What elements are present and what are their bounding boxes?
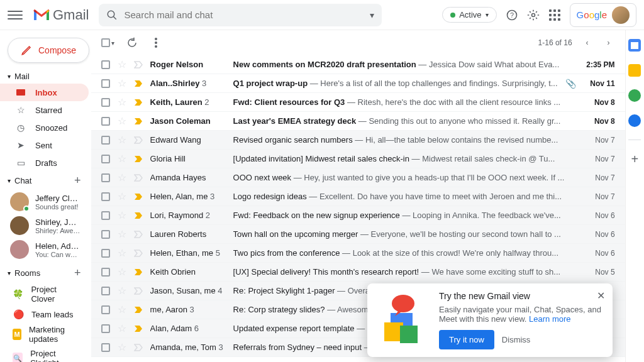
- prev-page-icon[interactable]: ‹: [581, 36, 594, 49]
- email-row[interactable]: ☆Keith, Lauren 2Fwd: Client resources fo…: [91, 93, 625, 112]
- email-row[interactable]: ☆Lori, Raymond 2Fwd: Feedback on the new…: [91, 206, 625, 225]
- avatar[interactable]: [612, 6, 630, 24]
- star-icon[interactable]: ☆: [118, 341, 126, 353]
- important-icon[interactable]: [134, 193, 143, 200]
- row-checkbox[interactable]: [101, 305, 110, 314]
- star-icon[interactable]: ☆: [118, 247, 126, 259]
- important-icon[interactable]: [134, 61, 143, 69]
- settings-icon[interactable]: [527, 9, 540, 21]
- important-icon[interactable]: [134, 325, 143, 332]
- nav-sent[interactable]: ➤Sent: [0, 136, 89, 154]
- row-checkbox[interactable]: [101, 287, 110, 295]
- dismiss-button[interactable]: Dismiss: [502, 335, 531, 344]
- add-room-icon[interactable]: +: [74, 266, 81, 280]
- star-icon[interactable]: ☆: [118, 266, 126, 278]
- important-icon[interactable]: [134, 268, 143, 276]
- important-icon[interactable]: [134, 287, 143, 295]
- star-icon[interactable]: ☆: [118, 134, 126, 146]
- main-menu-button[interactable]: [8, 8, 23, 23]
- nav-inbox[interactable]: Inbox: [0, 84, 89, 101]
- search-options-icon[interactable]: ▾: [370, 10, 374, 20]
- add-addon-icon[interactable]: +: [628, 153, 641, 165]
- row-checkbox[interactable]: [101, 324, 110, 333]
- email-row[interactable]: ☆Edward WangRevised organic search numbe…: [91, 131, 625, 150]
- row-checkbox[interactable]: [101, 117, 110, 126]
- email-row[interactable]: ☆Amanda HayesOOO next week — Hey, just w…: [91, 168, 625, 187]
- nav-drafts[interactable]: ▭Drafts: [0, 154, 89, 172]
- section-rooms[interactable]: ▾Rooms+: [0, 264, 89, 282]
- row-checkbox[interactable]: [101, 192, 110, 201]
- email-row[interactable]: ☆Lauren RobertsTown hall on the upcoming…: [91, 225, 625, 244]
- close-icon[interactable]: ✕: [597, 290, 605, 302]
- room-item[interactable]: 🔴Team leads: [0, 306, 89, 322]
- email-row[interactable]: ☆Jason ColemanLast year's EMEA strategy …: [91, 112, 625, 131]
- row-checkbox[interactable]: [101, 79, 110, 88]
- email-row[interactable]: ☆Roger NelsonNew comments on MCR2020 dra…: [91, 55, 625, 74]
- row-checkbox[interactable]: [101, 98, 110, 107]
- section-chat[interactable]: ▾Chat+: [0, 172, 89, 190]
- important-icon[interactable]: [134, 231, 143, 238]
- compose-button[interactable]: Compose: [8, 38, 89, 63]
- contacts-icon[interactable]: [628, 114, 641, 127]
- room-item[interactable]: MMarketing updates: [0, 322, 89, 346]
- star-icon[interactable]: ☆: [118, 285, 126, 297]
- next-page-icon[interactable]: ›: [602, 36, 615, 49]
- row-checkbox[interactable]: [101, 343, 110, 352]
- chat-item[interactable]: Helen, Adam, GregoryYou: Can we reschedu…: [0, 238, 89, 261]
- learn-more-link[interactable]: Learn more: [529, 314, 570, 324]
- chat-item[interactable]: Jeffery ClarkSounds great!: [0, 190, 89, 214]
- email-row[interactable]: ☆Gloria Hill[Updated invitation] Midwest…: [91, 150, 625, 168]
- row-checkbox[interactable]: [101, 173, 110, 182]
- try-it-button[interactable]: Try it now: [439, 330, 494, 349]
- search-bar[interactable]: ▾: [99, 4, 382, 26]
- star-icon[interactable]: ☆: [118, 77, 126, 89]
- star-icon[interactable]: ☆: [118, 304, 126, 315]
- important-icon[interactable]: [134, 155, 143, 163]
- important-icon[interactable]: [134, 136, 143, 144]
- star-icon[interactable]: ☆: [118, 190, 126, 202]
- keep-icon[interactable]: [628, 64, 641, 77]
- nav-snoozed[interactable]: ◷Snoozed: [0, 119, 89, 136]
- room-item[interactable]: 🔍Project Skylight: [0, 346, 89, 362]
- row-checkbox[interactable]: [101, 136, 110, 145]
- row-checkbox[interactable]: [101, 211, 110, 220]
- status-chip[interactable]: Active ▾: [442, 7, 496, 23]
- row-checkbox[interactable]: [101, 249, 110, 258]
- chat-item[interactable]: Shirley, JefferyShirley: Awesome, thanks…: [0, 214, 89, 238]
- important-icon[interactable]: [134, 344, 143, 351]
- row-checkbox[interactable]: [101, 230, 110, 239]
- important-icon[interactable]: [134, 306, 143, 314]
- star-icon[interactable]: ☆: [118, 153, 126, 165]
- select-all-checkbox[interactable]: ▾: [101, 38, 114, 47]
- email-row[interactable]: ☆Alan..Shirley 3Q1 project wrap-up — Her…: [91, 74, 625, 93]
- star-icon[interactable]: ☆: [118, 115, 126, 127]
- email-row[interactable]: ☆Keith Obrien[UX] Special delivery! This…: [91, 263, 625, 282]
- account-switcher[interactable]: Google: [570, 3, 636, 27]
- section-mail[interactable]: ▾Mail: [0, 69, 89, 84]
- gmail-logo[interactable]: Gmail: [33, 7, 89, 23]
- refresh-icon[interactable]: [126, 36, 138, 49]
- row-checkbox[interactable]: [101, 155, 110, 163]
- row-checkbox[interactable]: [101, 60, 110, 69]
- calendar-icon[interactable]: [628, 39, 641, 52]
- nav-starred[interactable]: ☆Starred: [0, 101, 89, 119]
- email-row[interactable]: ☆Helen, Alan, me 3Logo redesign ideas — …: [91, 187, 625, 206]
- help-icon[interactable]: ?: [506, 9, 518, 21]
- tasks-icon[interactable]: [628, 89, 641, 102]
- star-icon[interactable]: ☆: [118, 172, 126, 184]
- search-input[interactable]: [124, 9, 364, 20]
- star-icon[interactable]: ☆: [118, 58, 126, 70]
- important-icon[interactable]: [134, 118, 143, 125]
- apps-icon[interactable]: [548, 9, 561, 21]
- add-chat-icon[interactable]: +: [74, 174, 81, 187]
- room-item[interactable]: 🍀Project Clover: [0, 282, 89, 306]
- more-icon[interactable]: [150, 36, 162, 49]
- important-icon[interactable]: [134, 250, 143, 257]
- star-icon[interactable]: ☆: [118, 209, 126, 221]
- star-icon[interactable]: ☆: [118, 228, 126, 240]
- important-icon[interactable]: [134, 80, 143, 87]
- star-icon[interactable]: ☆: [118, 96, 126, 108]
- important-icon[interactable]: [134, 212, 143, 219]
- important-icon[interactable]: [134, 174, 143, 182]
- important-icon[interactable]: [134, 99, 143, 106]
